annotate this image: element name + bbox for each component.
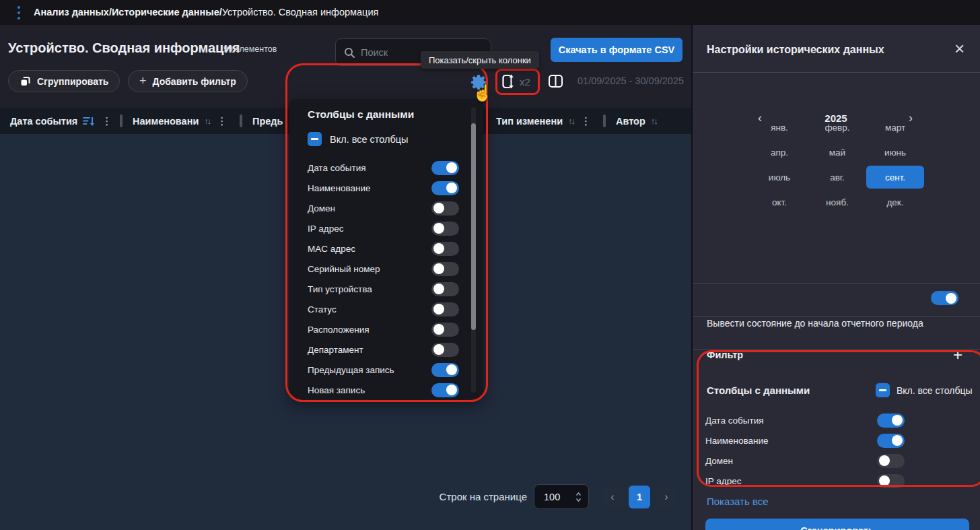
column-toggle-row: Новая запись [308, 380, 459, 400]
column-toggle-toggle[interactable] [431, 222, 459, 236]
add-filter-button-label: Добавить фильтр [153, 76, 236, 87]
current-page-button[interactable]: 1 [629, 486, 650, 508]
app-menu-kebab-icon[interactable] [18, 6, 22, 20]
prev-page-button[interactable]: ‹ [602, 486, 623, 508]
toggle-knob [446, 385, 457, 395]
search-icon [344, 47, 355, 58]
sidebar-column-toggle-toggle[interactable] [877, 474, 905, 488]
topbar: Анализ данных/Исторические данные/Устрой… [0, 0, 980, 25]
date-range[interactable]: 01/09/2025 - 30/09/2025 [578, 75, 684, 86]
toggle-knob [433, 263, 444, 274]
column-header-1[interactable]: Наименовани↑↓⋮ [123, 108, 242, 134]
column-toggle-toggle[interactable] [431, 323, 459, 337]
column-header-4[interactable]: Автор↑↓ [606, 108, 692, 134]
column-toggle-toggle[interactable] [431, 161, 459, 175]
next-page-button[interactable]: › [656, 486, 677, 508]
column-toggle-toggle[interactable] [431, 201, 459, 216]
toggle-knob [433, 243, 444, 254]
pre-period-toggle[interactable] [931, 291, 958, 305]
sidebar-column-toggle-row: Наименование [705, 430, 905, 451]
column-menu-kebab-icon[interactable]: ⋮ [102, 115, 112, 127]
column-toggle-label: Расположения [308, 325, 370, 335]
search-placeholder: Поиск [361, 47, 388, 58]
column-header-3[interactable]: Тип изменени↑↓⋮ [486, 108, 606, 134]
column-toggle-row: Статус [308, 299, 459, 319]
sidebar-column-toggle-toggle[interactable] [877, 413, 905, 428]
month-июнь[interactable]: июнь [866, 141, 924, 164]
column-toggle-toggle[interactable] [431, 242, 459, 256]
column-toggle-toggle[interactable] [431, 302, 459, 317]
sidebar-column-toggle-toggle[interactable] [877, 434, 905, 448]
generate-button[interactable]: Сгенерировать [705, 519, 969, 530]
scrollbar-thumb[interactable] [471, 123, 476, 330]
sorted-desc-icon[interactable] [83, 115, 95, 127]
month-март[interactable]: март [866, 116, 924, 139]
toggle-knob [433, 344, 444, 355]
month-нояб.[interactable]: нояб. [808, 191, 866, 213]
column-menu-kebab-icon[interactable]: ⋮ [581, 115, 591, 127]
column-header-label: Дата события [10, 116, 77, 127]
rows-per-page-select[interactable]: 100 [534, 484, 589, 509]
divider [692, 349, 980, 350]
column-toggle-label: Домен [308, 203, 335, 213]
breadcrumb-history[interactable]: Исторические данные/ [112, 7, 222, 18]
sidebar-title: Настройки исторических данных [707, 44, 884, 56]
columns-toggle-list: Дата событияНаименованиеДоменIP адресMAC… [289, 158, 459, 400]
group-button[interactable]: Сгруппировать [8, 70, 120, 92]
select-all-checkbox[interactable] [308, 132, 322, 146]
column-toggle-toggle[interactable] [431, 262, 459, 276]
column-header-label: Тип изменени [496, 116, 563, 127]
toggle-knob [892, 415, 903, 426]
column-header-label: Наименовани [133, 116, 199, 127]
column-menu-kebab-icon[interactable]: ⋮ [217, 115, 227, 127]
group-button-label: Сгруппировать [37, 76, 108, 87]
month-окт.[interactable]: окт. [750, 191, 808, 213]
indeterminate-icon [311, 138, 318, 140]
month-май[interactable]: май [808, 141, 866, 164]
filter-section-label: Фильтр [707, 350, 743, 360]
column-toggle-label: Наименование [308, 183, 371, 193]
month-сент.[interactable]: сент. [866, 166, 924, 189]
column-toggle-toggle[interactable] [431, 383, 459, 397]
column-header-0[interactable]: Дата события⋮ [0, 108, 123, 134]
select-all-columns-row: Вкл. все столбцы [308, 132, 409, 146]
split-columns-button[interactable] [548, 73, 563, 89]
breadcrumb-analysis[interactable]: Анализ данных/ [34, 7, 112, 18]
column-toggle-label: Серийный номер [308, 264, 380, 274]
sidebar-column-toggle-row: Домен [705, 451, 905, 471]
breadcrumb-current: Устройство. Сводная информация [222, 7, 379, 18]
sort-icon[interactable]: ↑↓ [568, 116, 574, 126]
month-янв.[interactable]: янв. [750, 116, 808, 139]
month-февр.[interactable]: февр. [808, 116, 866, 139]
sidebar-column-toggle-toggle[interactable] [877, 454, 905, 468]
toggle-knob [892, 435, 903, 446]
column-header-label: Предь [252, 116, 283, 127]
column-toggle-label: Дата события [308, 163, 366, 173]
toggle-knob [946, 293, 956, 304]
add-filter-button[interactable]: + Добавить фильтр [128, 70, 248, 92]
column-toggle-toggle[interactable] [431, 363, 459, 377]
column-toggle-label: Статус [308, 304, 337, 314]
sidebar-column-toggle-label: Дата события [705, 416, 764, 426]
month-дек.[interactable]: дек. [866, 191, 924, 213]
column-toggle-row: Департамент [308, 339, 459, 360]
column-toggle-toggle[interactable] [431, 181, 459, 195]
column-toggle-label: IP адрес [308, 224, 343, 234]
show-hide-columns-tooltip: Показать/скрыть колонки [421, 51, 539, 69]
month-апр.[interactable]: апр. [750, 141, 808, 164]
row-height-x2-label: x2 [520, 76, 530, 88]
sort-icon[interactable]: ↑↓ [651, 116, 657, 126]
sidebar-column-toggle-row: Дата события [705, 410, 905, 430]
month-авг.[interactable]: авг. [808, 166, 866, 189]
show-all-link[interactable]: Показать все [707, 496, 769, 507]
sort-icon[interactable]: ↑↓ [204, 116, 210, 126]
pre-period-toggle-label: Вывести состояние до начала отчетного пе… [707, 318, 923, 329]
row-height-x2-button[interactable]: x2 [501, 73, 530, 90]
month-июль[interactable]: июль [750, 166, 808, 189]
toggle-knob [446, 162, 457, 173]
column-toggle-row: Тип устройства [308, 279, 459, 299]
download-csv-button[interactable]: Скачать в формате CSV [551, 38, 682, 62]
column-toggle-toggle[interactable] [431, 343, 459, 357]
close-icon[interactable]: × [954, 40, 965, 57]
column-toggle-toggle[interactable] [431, 282, 459, 296]
